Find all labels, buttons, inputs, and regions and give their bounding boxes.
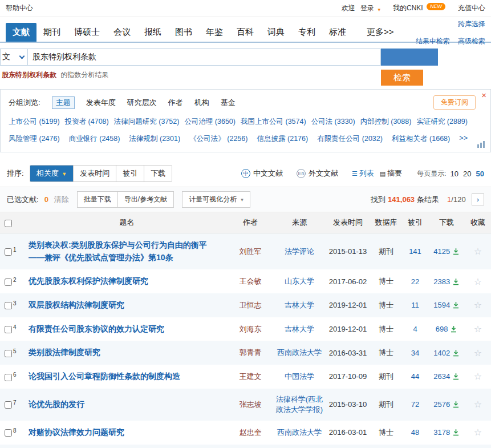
per-page-option[interactable]: 10 <box>451 169 458 178</box>
row-checkbox[interactable] <box>5 350 12 357</box>
nav-tab[interactable]: 专利 <box>291 23 322 42</box>
metric-visual-analysis-button[interactable]: 计量可视化分析 ▾ <box>182 191 250 208</box>
group-term-link[interactable]: 商业银行 (2458) <box>69 134 120 144</box>
nav-tab[interactable]: 期刊 <box>36 23 67 42</box>
clear-selection-link[interactable]: 清除 <box>54 195 69 205</box>
nav-tab[interactable]: 百科 <box>230 23 261 42</box>
group-term-link[interactable]: 上市公司 (5199) <box>9 117 60 127</box>
nav-tab[interactable]: 标准 <box>322 23 353 42</box>
group-term-link[interactable]: 有限责任公司 (2032) <box>317 134 383 144</box>
group-term-link[interactable]: 投资者 (4708) <box>65 117 109 127</box>
download-count-link[interactable]: 2383 <box>433 277 450 286</box>
nav-tab[interactable]: 博硕士 <box>67 23 107 42</box>
per-page-option[interactable]: 50 <box>476 169 484 178</box>
download-count-link[interactable]: 1402 <box>433 349 450 357</box>
recharge-center-link[interactable]: 充值中心 <box>458 3 485 13</box>
author-name[interactable]: 刘海东 <box>240 325 262 333</box>
result-title-link[interactable]: 论我国引入公司章程防御性条款的制度构造 <box>29 372 180 381</box>
author-name[interactable]: 郭青青 <box>240 348 262 357</box>
cited-count-link[interactable]: 34 <box>411 349 419 357</box>
result-title-link[interactable]: 有限责任公司股东协议的效力认定研究 <box>29 324 164 333</box>
download-count-link[interactable]: 1594 <box>433 301 450 309</box>
source-link[interactable]: 西南政法大学 <box>277 348 322 357</box>
list-view-toggle[interactable]: ☰ 列表 <box>352 168 374 179</box>
group-term-link[interactable]: 《公司法》 (2256) <box>189 134 247 144</box>
download-count-link[interactable]: 3178 <box>433 428 450 437</box>
download-icon[interactable] <box>452 428 460 437</box>
download-icon[interactable] <box>452 349 460 357</box>
export-reference-button[interactable]: 导出/参考文献 <box>118 191 174 208</box>
index-analysis-query[interactable]: 股东特别权利条款 <box>2 71 56 79</box>
favorite-star-icon[interactable]: ☆ <box>474 247 482 256</box>
download-count-link[interactable]: 4125 <box>433 247 450 256</box>
author-name[interactable]: 张志坡 <box>240 400 262 409</box>
row-checkbox[interactable] <box>5 429 12 437</box>
group-term-link[interactable]: 风险管理 (2476) <box>9 134 60 144</box>
source-link[interactable]: 法律科学(西北政法大学学报) <box>276 395 323 414</box>
favorite-star-icon[interactable]: ☆ <box>474 300 482 310</box>
next-page-button[interactable]: › <box>472 193 484 205</box>
favorite-star-icon[interactable]: ☆ <box>474 427 482 437</box>
source-link[interactable]: 西南政法大学 <box>277 428 322 437</box>
download-icon[interactable] <box>450 325 457 333</box>
nav-tab[interactable]: 报纸 <box>137 23 168 42</box>
author-name[interactable]: 王会敏 <box>240 277 262 285</box>
row-checkbox[interactable] <box>5 326 12 333</box>
download-icon[interactable] <box>452 301 460 309</box>
download-count-link[interactable]: 2634 <box>433 372 450 381</box>
result-title-link[interactable]: 论优先股的发行 <box>29 399 84 409</box>
download-icon[interactable] <box>452 247 460 256</box>
author-name[interactable]: 王建文 <box>240 372 262 381</box>
cited-count-link[interactable]: 4 <box>413 325 417 333</box>
nav-tab[interactable]: 词典 <box>261 23 291 42</box>
sort-button[interactable]: 相关度 ▼ <box>30 166 74 181</box>
select-all-checkbox[interactable] <box>5 220 12 227</box>
favorite-star-icon[interactable]: ☆ <box>474 399 482 409</box>
free-subscribe-button[interactable]: 免费订阅 <box>433 95 476 110</box>
source-link[interactable]: 山东大学 <box>285 277 314 285</box>
group-term-link[interactable]: 我国上市公司 (3574) <box>241 117 306 127</box>
batch-download-button[interactable]: 批量下载 <box>77 191 118 208</box>
retrieve-button[interactable]: 检索 <box>381 70 423 86</box>
row-checkbox[interactable] <box>5 374 12 381</box>
group-more-link[interactable]: >> <box>459 134 468 144</box>
favorite-star-icon[interactable]: ☆ <box>474 348 482 358</box>
row-checkbox[interactable] <box>5 279 12 286</box>
per-page-option[interactable]: 20 <box>463 169 471 178</box>
abstract-view-toggle[interactable]: ▤ 摘要 <box>380 168 402 179</box>
result-title-link[interactable]: 对赌协议法律效力问题研究 <box>29 427 124 437</box>
sort-button[interactable]: 被引 <box>116 166 144 181</box>
group-tab[interactable]: 主题 <box>52 96 75 109</box>
download-icon[interactable] <box>452 372 460 381</box>
foreign-literature-toggle[interactable]: En 外文文献 <box>297 168 338 179</box>
group-tab[interactable]: 基金 <box>221 98 236 108</box>
search-input[interactable] <box>27 49 381 66</box>
my-cnki-link[interactable]: 我的CNKI <box>393 4 423 12</box>
group-term-link[interactable]: 公司治理 (3650) <box>184 117 236 127</box>
group-tab[interactable]: 作者 <box>168 98 183 108</box>
group-term-link[interactable]: 实证研究 (2889) <box>416 117 468 127</box>
source-link[interactable]: 中国法学 <box>285 372 314 381</box>
result-title-link[interactable]: 类别股法律制度研究 <box>29 348 100 357</box>
search-field-dropdown[interactable]: 文 <box>0 49 27 66</box>
row-checkbox[interactable] <box>5 401 12 409</box>
nav-tab[interactable]: 会议 <box>107 23 137 42</box>
login-caret-icon[interactable]: ▾ <box>378 7 380 13</box>
result-title-link[interactable]: 双层股权结构法律制度研究 <box>29 300 124 309</box>
nav-more-link[interactable]: 更多>> <box>367 23 394 42</box>
group-term-link[interactable]: 法律规制 (2301) <box>129 134 181 144</box>
nav-tab[interactable]: 图书 <box>168 23 199 42</box>
group-term-link[interactable]: 法律问题研究 (3752) <box>114 117 180 127</box>
cross-db-select-link[interactable]: 跨库选择 <box>458 20 485 28</box>
cited-count-link[interactable]: 11 <box>411 301 419 309</box>
download-count-link[interactable]: 698 <box>436 325 448 333</box>
source-link[interactable]: 吉林大学 <box>285 325 314 333</box>
favorite-star-icon[interactable]: ☆ <box>474 372 482 381</box>
author-name[interactable]: 卫恒志 <box>240 301 262 309</box>
login-link[interactable]: 登录 <box>360 4 374 12</box>
cited-count-link[interactable]: 72 <box>411 400 419 409</box>
chinese-literature-toggle[interactable]: 中 中文文献 <box>241 168 283 179</box>
cited-count-link[interactable]: 141 <box>409 247 421 256</box>
group-term-link[interactable]: 信息披露 (2176) <box>257 134 309 144</box>
source-link[interactable]: 吉林大学 <box>285 301 314 309</box>
